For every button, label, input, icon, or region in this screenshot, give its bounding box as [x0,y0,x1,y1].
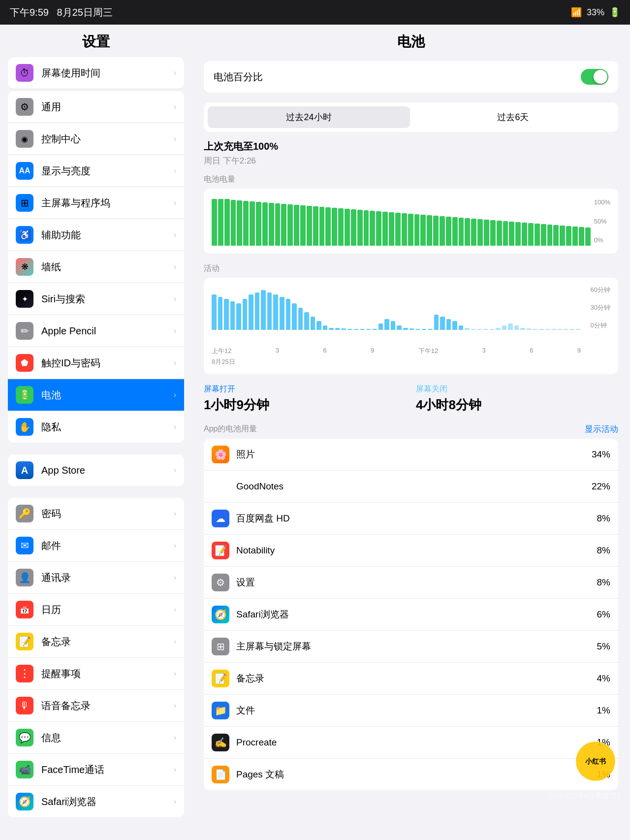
app-list-item[interactable]: ✍ Procreate 1% [204,727,618,759]
app-list-item[interactable]: 🧭 Safari浏览器 6% [204,599,618,631]
activity-bar [335,328,340,330]
segment-6d[interactable]: 过去6天 [412,106,614,128]
battery-bar [389,212,394,246]
sidebar-item-notes[interactable]: 📝 备忘录 › [8,626,184,658]
sidebar-scroll[interactable]: ⏱ 屏幕使用时间 › ⚙ 通用 › ◉ 控制中心 › AA 显示与亮度 [0,57,192,840]
app-list-item[interactable]: ⊞ 主屏幕与锁定屏幕 5% [204,631,618,663]
settings-section-2: A App Store › [8,454,184,486]
chevron-icon: › [174,262,176,271]
battery-chart-label: 电池电量 [204,174,618,185]
app-percent: 34% [592,449,610,460]
sidebar-item-control-center[interactable]: ◉ 控制中心 › [8,123,184,155]
activity-bar [316,321,321,330]
battery-bar [256,202,261,246]
app-list-item[interactable]: ✏ GoodNotes 22% [204,471,618,503]
app-name: 主屏幕与锁定屏幕 [236,640,597,653]
facetime-icon: 📹 [16,761,33,778]
sidebar-item-messages[interactable]: 💬 信息 › [8,722,184,754]
sidebar-item-wallpaper[interactable]: ❋ 墙纸 › [8,251,184,283]
activity-bar [391,321,396,330]
sidebar-item-battery[interactable]: 🔋 电池 › [8,379,184,411]
activity-bar [471,329,476,330]
battery-chart: 100% 50% 0% [212,196,610,246]
sidebar-item-facetime[interactable]: 📹 FaceTime通话 › [8,754,184,786]
activity-bar [212,294,217,330]
screen-on-value: 1小时9分钟 [204,396,406,414]
main-container: 设置 ⏱ 屏幕使用时间 › ⚙ 通用 › ◉ 控制中心 › [0,25,630,840]
sidebar-item-voice-memos[interactable]: 🎙 语音备忘录 › [8,690,184,722]
watermark2: 小红书知乎4@磨菇723 [550,792,620,801]
reminders-icon: ⋮ [16,665,33,682]
x-label-3p: 3 [482,347,486,355]
sidebar: 设置 ⏱ 屏幕使用时间 › ⚙ 通用 › ◉ 控制中心 › [0,25,192,840]
sidebar-item-home-screen[interactable]: ⊞ 主屏幕与程序坞 › [8,187,184,219]
battery-bar [528,223,534,246]
general-label: 通用 [41,100,61,114]
last-charge-title: 上次充电至100% [204,140,618,153]
app-list-item[interactable]: 📄 Pages 文稿 1% [204,759,618,790]
right-panel[interactable]: 电池 电池百分比 过去24小时 过去6天 上次充电至100% 周日 下午2:26… [192,25,630,840]
screen-off-stat: 屏幕关闭 4小时8分钟 [416,384,618,414]
show-activity-button[interactable]: 显示活动 [585,423,618,435]
activity-bar [428,329,433,330]
activity-bar [502,325,507,330]
screen-time-icon: ⏱ [16,64,33,82]
sidebar-item-accessibility[interactable]: ♿ 辅助功能 › [8,219,184,251]
app-list-item[interactable]: 🌸 照片 34% [204,439,618,471]
activity-bar [341,328,346,330]
sidebar-item-siri[interactable]: ✦ Siri与搜索 › [8,283,184,315]
touch-id-icon: ⬟ [16,354,33,372]
battery-bar [446,217,451,246]
app-icon: 📝 [212,542,229,559]
voice-memos-icon: 🎙 [16,697,33,714]
activity-bar [465,328,470,330]
activity-bar [298,308,303,330]
sidebar-item-display[interactable]: AA 显示与亮度 › [8,155,184,187]
activity-bar [347,329,352,330]
chevron-icon: › [174,294,176,303]
battery-bar [212,199,217,246]
sidebar-item-app-store[interactable]: A App Store › [8,454,184,486]
chevron-icon: › [174,605,176,614]
chevron-icon: › [174,541,176,550]
safari-settings-icon: 🧭 [16,793,33,810]
sidebar-item-reminders[interactable]: ⋮ 提醒事项 › [8,658,184,690]
app-list-item[interactable]: ⚙ 设置 8% [204,567,618,599]
x-label-6p: 6 [530,347,533,355]
sidebar-item-touch-id[interactable]: ⬟ 触控ID与密码 › [8,347,184,379]
sidebar-item-calendar[interactable]: 📅 日历 › [8,594,184,626]
battery-percentage-toggle[interactable] [581,69,608,85]
sidebar-item-passwords[interactable]: 🔑 密码 › [8,498,184,530]
chevron-icon: › [174,198,176,207]
contacts-label: 通讯录 [41,571,71,584]
activity-bar [483,329,488,330]
battery-bar [408,214,413,246]
accessibility-label: 辅助功能 [41,228,81,242]
sidebar-item-contacts[interactable]: 👤 通讯录 › [8,562,184,594]
sidebar-item-apple-pencil[interactable]: ✏ Apple Pencil › [8,315,184,347]
x-label-12p: 下午12 [418,347,438,355]
activity-bar [496,328,501,330]
segment-24h[interactable]: 过去24小时 [208,106,410,128]
sidebar-item-mail[interactable]: ✉ 邮件 › [8,530,184,562]
sidebar-item-general[interactable]: ⚙ 通用 › [8,91,184,123]
battery-bar [497,221,502,246]
sidebar-scrolled-item[interactable]: ⏱ 屏幕使用时间 › [8,57,184,89]
privacy-label: 隐私 [41,420,61,434]
battery-bar [547,225,553,246]
battery-bar [471,219,476,246]
apple-pencil-label: Apple Pencil [41,325,96,337]
battery-bar [325,207,331,246]
sidebar-item-privacy[interactable]: ✋ 隐私 › [8,411,184,443]
battery-bar [420,215,426,246]
app-list-item[interactable]: 📝 备忘录 4% [204,663,618,695]
activity-bar [267,292,272,330]
battery-bar [515,222,521,246]
chart-y-labels: 100% 50% 0% [594,196,610,246]
sidebar-item-safari-settings[interactable]: 🧭 Safari浏览器 › [8,786,184,817]
app-list-item[interactable]: 📁 文件 1% [204,695,618,727]
app-icon: ✏ [212,478,229,495]
app-list-item[interactable]: 📝 Notability 8% [204,535,618,567]
app-list-item[interactable]: ☁ 百度网盘 HD 8% [204,503,618,535]
battery-bar [553,225,559,246]
